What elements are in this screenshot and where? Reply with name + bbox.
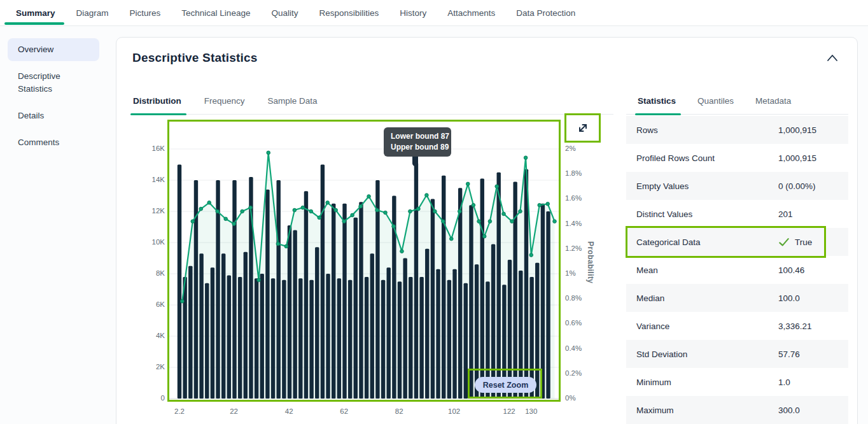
x-tick: 62 [330,407,358,415]
chart-plot-area[interactable] [169,122,559,400]
x-tick: 130 [517,407,545,415]
nav-tab-responsibilities[interactable]: Responsibilities [319,1,379,25]
y-right-tick: 0% [565,394,576,402]
y-left-tick: 16K [134,145,165,152]
stat-value-text: 1.0 [778,378,790,387]
nav-tab-attachments[interactable]: Attachments [447,1,495,25]
y-right-tick: 0.4% [565,344,582,352]
stat-value: True [778,237,812,247]
chart-tabs: DistributionFrequencySample Data [132,96,613,115]
nav-tab-diagram[interactable]: Diagram [76,1,109,25]
distribution-chart-svg [169,122,559,400]
stat-value: 100.0 [778,293,800,303]
y-left-tick: 2K [134,363,165,371]
diagonal-resize-icon [575,120,591,136]
stat-value-text: 3,336.21 [778,322,812,331]
stat-row: Std Deviation57.76 [626,340,848,368]
stat-value: 3,336.21 [778,322,812,331]
stat-label: Minimum [636,378,778,387]
tab-statistics[interactable]: Statistics [636,96,677,114]
tab-frequency[interactable]: Frequency [203,96,246,114]
nav-tab-history[interactable]: History [400,1,426,25]
y-right-tick: 1.6% [565,194,582,202]
tab-metadata[interactable]: Metadata [754,96,792,114]
y-left-tick: 14K [134,176,165,183]
y-right-tick: 1.4% [565,220,582,227]
y-left-tick: 8K [134,269,165,277]
y-right-tick: 1.2% [565,244,582,252]
stat-value-text: 0 (0.00%) [778,181,816,191]
stats-tabs: StatisticsQuantilesMetadata [626,96,848,115]
stat-row: Maximum300.0 [626,396,848,424]
probability-axis-label: Probability [586,241,595,283]
stat-row: Rows1,000,915 [626,116,848,144]
y-left-tick: 4K [134,332,165,339]
stat-label: Median [636,293,778,303]
stat-label: Distinct Values [636,209,778,219]
page-body: OverviewDescriptive StatisticsDetailsCom… [0,26,868,424]
stat-value: 1,000,915 [778,153,816,163]
stat-value-text: 1,000,915 [778,153,816,163]
sidebar: OverviewDescriptive StatisticsDetailsCom… [8,38,99,158]
stat-row: Empty Values0 (0.00%) [626,172,848,200]
stat-label: Std Deviation [636,350,778,359]
tab-distribution[interactable]: Distribution [132,96,183,114]
sidebar-item-descriptive-statistics[interactable]: Descriptive Statistics [8,65,99,101]
stat-label: Empty Values [636,181,778,191]
stat-value-text: 57.76 [778,350,800,359]
nav-tab-summary[interactable]: Summary [16,1,55,25]
top-nav-tabs: SummaryDiagramPicturesTechnical LineageQ… [16,1,575,25]
top-nav: SummaryDiagramPicturesTechnical LineageQ… [0,0,868,26]
sidebar-item-overview[interactable]: Overview [8,38,99,61]
stat-value: 57.76 [778,350,800,359]
stat-value: 100.46 [778,265,804,275]
x-tick: 2.2 [165,407,193,415]
reset-zoom-button[interactable]: Reset Zoom [475,377,536,393]
y-left-tick: 6K [134,300,165,308]
stat-value-text: 100.0 [778,293,800,303]
tab-quantiles[interactable]: Quantiles [696,96,735,114]
stat-row: Mean100.46 [626,256,848,284]
stat-row: Distinct Values201 [626,200,848,228]
stat-value-text: 1,000,915 [778,125,816,135]
stat-row: Variance3,336.21 [626,312,848,340]
nav-tab-pictures[interactable]: Pictures [130,1,161,25]
stat-value: 300.0 [778,406,800,415]
expand-chart-button[interactable] [564,113,601,143]
x-tick: 22 [220,407,248,415]
chevron-up-icon [825,53,839,63]
reset-zoom-highlight: Reset Zoom [468,369,542,399]
stat-value: 201 [778,209,793,219]
nav-tab-quality[interactable]: Quality [271,1,298,25]
y-left-tick: 12K [134,207,165,215]
stat-value-text: 300.0 [778,406,800,415]
y-right-tick: 0.6% [565,319,582,327]
y-left-tick: 0 [134,394,165,402]
stat-value-text: 100.46 [778,265,804,275]
y-right-tick: 0.8% [565,294,582,302]
check-icon [778,237,790,247]
x-tick: 42 [275,407,303,415]
stat-row: Profiled Rows Count1,000,915 [626,144,848,172]
y-right-tick: 1% [565,269,576,277]
descriptive-statistics-card: Descriptive Statistics DistributionFrequ… [116,37,858,424]
y-left-tick: 10K [134,238,165,246]
stat-label: Categorical Data [636,237,778,247]
stat-label: Mean [636,265,778,275]
stat-row: Categorical DataTrue [626,228,848,256]
stat-value-text: 201 [778,209,793,219]
stat-label: Variance [636,322,778,331]
sidebar-item-details[interactable]: Details [8,104,99,127]
stats-table: Rows1,000,915Profiled Rows Count1,000,91… [626,116,848,424]
stat-value: 1,000,915 [778,125,816,135]
nav-tab-technical-lineage[interactable]: Technical Lineage [181,1,250,25]
stat-label: Maximum [636,406,778,415]
stat-label: Profiled Rows Count [636,153,778,163]
nav-tab-data-protection[interactable]: Data Protection [516,1,575,25]
y-right-tick: 0.2% [565,369,582,377]
sidebar-item-comments[interactable]: Comments [8,131,99,154]
tab-sample-data[interactable]: Sample Data [267,96,319,114]
collapse-section-button[interactable] [824,52,841,66]
x-tick: 82 [385,407,413,415]
distribution-chart: 16K14K12K10K8K6K4K2K0 2%1.8%1.6%1.4%1.2%… [132,122,622,424]
